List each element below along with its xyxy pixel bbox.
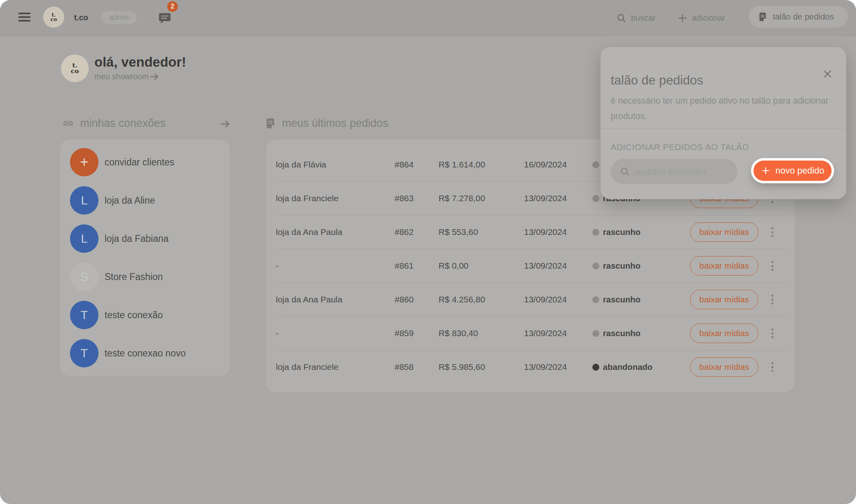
kebab-menu-icon[interactable]: [769, 360, 776, 374]
arrow-right-icon[interactable]: [149, 71, 160, 82]
table-row: - #859 R$ 830,40 13/09/2024 rascunho bai…: [276, 316, 785, 350]
new-order-label: novo pedido: [775, 165, 824, 176]
connections-title: minhas conexões: [80, 117, 166, 130]
status-dot-icon: [592, 364, 599, 371]
connection-avatar: T: [70, 301, 98, 329]
order-date: 13/09/2024: [524, 227, 592, 237]
plus-icon: [761, 166, 771, 176]
user-avatar: t. co: [61, 54, 89, 82]
status-dot-icon: [592, 296, 599, 303]
status-dot-icon: [592, 195, 599, 202]
invite-plus-avatar: +: [70, 148, 98, 176]
connection-item[interactable]: S Store Fashion: [60, 258, 230, 296]
order-pad-popover: talão de pedidos é necessário ter um ped…: [601, 47, 846, 199]
greeting-title: olá, vendedor!: [94, 54, 186, 70]
popover-body: é necessário ter um pedido ativo no talã…: [611, 93, 832, 124]
order-number: #858: [395, 362, 439, 372]
table-row: - #861 R$ 0,00 13/09/2024 rascunho baixa…: [276, 249, 785, 282]
order-total: R$ 7.278,00: [439, 193, 524, 203]
existing-orders-input[interactable]: [635, 159, 732, 185]
kebab-menu-icon[interactable]: [769, 292, 776, 307]
brand-logo[interactable]: t. co: [43, 7, 64, 28]
hamburger-menu-icon[interactable]: [18, 13, 31, 22]
download-media-button[interactable]: baixar mídias: [690, 324, 758, 343]
search-button[interactable]: buscar: [616, 0, 655, 36]
status-dot-icon: [592, 161, 599, 168]
add-button[interactable]: adicionar: [677, 0, 725, 36]
order-number: #861: [395, 261, 439, 271]
connection-item[interactable]: L loja da Aline: [60, 181, 230, 219]
order-date: 13/09/2024: [524, 362, 592, 372]
orders-header: meus últimos pedidos: [264, 117, 388, 130]
showroom-link[interactable]: meu showroom: [94, 72, 148, 81]
order-client: loja da Flávia: [276, 160, 395, 169]
download-media-button[interactable]: baixar mídias: [690, 222, 758, 242]
connection-avatar: S: [70, 263, 98, 291]
order-pad-label: talão de pedidos: [773, 12, 834, 22]
plus-icon: [677, 13, 688, 24]
order-pad-button[interactable]: talão de pedidos: [749, 6, 848, 28]
orders-icon: [264, 117, 276, 129]
admin-badge: admin: [102, 11, 137, 24]
connection-item[interactable]: T teste conexão: [60, 296, 230, 334]
new-order-button[interactable]: novo pedido: [753, 161, 832, 181]
search-icon: [620, 166, 630, 178]
app-screen: t. co t.co admin 2 buscar adicionar talã…: [0, 0, 856, 504]
order-client: loja da Ana Paula: [276, 295, 395, 304]
status-dot-icon: [592, 330, 599, 337]
connections-arrow-icon[interactable]: [220, 118, 231, 130]
search-label: buscar: [631, 13, 655, 23]
order-status: rascunho: [592, 328, 686, 338]
connections-card: + convidar clientes L loja da Aline L lo…: [60, 139, 230, 376]
order-client: loja da Franciele: [276, 362, 395, 372]
connection-item[interactable]: L loja da Fabiana: [60, 219, 230, 258]
connection-item[interactable]: T teste conexao novo: [60, 334, 230, 372]
order-date: 13/09/2024: [524, 295, 592, 304]
top-navbar: t. co t.co admin 2 buscar adicionar talã…: [0, 0, 856, 36]
orders-title: meus últimos pedidos: [282, 117, 388, 130]
download-media-button[interactable]: baixar mídias: [690, 357, 758, 377]
kebab-menu-icon[interactable]: [769, 326, 776, 341]
order-client: -: [276, 261, 395, 271]
status-dot-icon: [592, 263, 599, 269]
order-status: abandonado: [592, 362, 686, 372]
order-pad-icon: [758, 12, 768, 22]
order-client: -: [276, 328, 395, 338]
order-total: R$ 1.614,00: [439, 160, 524, 169]
connection-avatar: L: [70, 224, 98, 253]
chat-icon[interactable]: [158, 11, 172, 25]
order-date: 16/09/2024: [524, 160, 592, 169]
order-status: rascunho: [592, 227, 686, 237]
order-date: 13/09/2024: [524, 261, 592, 271]
table-row: loja da Franciele #858 R$ 5.985,60 13/09…: [276, 350, 785, 384]
existing-orders-search[interactable]: [611, 159, 738, 184]
connections-header: minhas conexões: [62, 117, 166, 130]
order-date: 13/09/2024: [524, 193, 592, 203]
add-label: adicionar: [692, 13, 725, 23]
order-date: 13/09/2024: [524, 328, 592, 338]
order-client: loja da Ana Paula: [276, 227, 395, 237]
order-status: rascunho: [592, 261, 686, 271]
order-total: R$ 4.256,80: [439, 295, 524, 304]
popover-title: talão de pedidos: [611, 73, 703, 88]
order-number: #863: [395, 193, 439, 203]
download-media-button[interactable]: baixar mídias: [690, 290, 758, 309]
order-number: #862: [395, 227, 439, 237]
chat-badge-count: 2: [167, 1, 178, 12]
kebab-menu-icon[interactable]: [769, 259, 776, 273]
status-dot-icon: [592, 229, 599, 236]
order-total: R$ 553,60: [439, 227, 524, 237]
brand-name: t.co: [74, 13, 88, 22]
table-row: loja da Ana Paula #860 R$ 4.256,80 13/09…: [276, 282, 785, 316]
divider: [601, 128, 846, 128]
order-status: rascunho: [592, 295, 686, 304]
kebab-menu-icon[interactable]: [769, 225, 776, 239]
order-total: R$ 0,00: [439, 261, 524, 271]
order-client: loja da Franciele: [276, 193, 395, 203]
download-media-button[interactable]: baixar mídias: [690, 256, 758, 276]
connection-item-invite[interactable]: + convidar clientes: [60, 143, 230, 181]
popover-section-label: ADICIONAR PEDIDOS AO TALÃO: [611, 142, 749, 152]
close-icon[interactable]: [822, 69, 833, 79]
connection-avatar: T: [70, 339, 98, 367]
order-total: R$ 5.985,60: [439, 362, 524, 372]
